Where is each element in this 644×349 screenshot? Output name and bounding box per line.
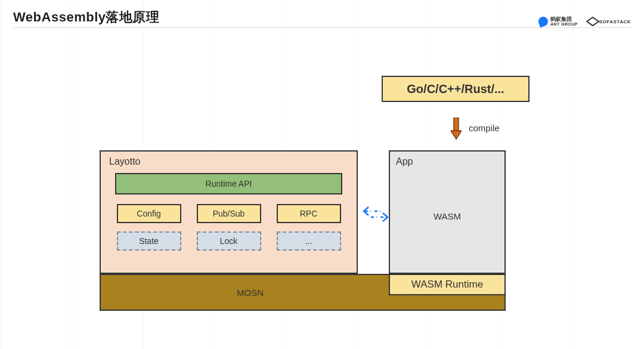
runtime-api-box: Runtime API [115,173,342,194]
layotto-row-solid: Config Pub/Sub RPC [109,204,348,223]
svg-marker-1 [451,131,462,139]
wasm-runtime-box: WASM Runtime [389,274,506,295]
layotto-box: Layotto Runtime API Config Pub/Sub RPC S… [100,150,358,274]
diagram-stage: Go/C/C++/Rust/... compile MOSN WASM Runt… [0,0,644,349]
chip-config: Config [117,204,181,223]
app-title: App [396,156,413,166]
layotto-title: Layotto [109,156,348,167]
wasm-runtime-label: WASM Runtime [411,279,483,291]
compile-arrow-icon [451,118,462,140]
layotto-row-dashed: State Lock ... [109,231,348,251]
chip-state: State [117,231,181,251]
app-box: App WASM [389,150,506,274]
app-body-label: WASM [390,211,504,221]
mosn-label: MOSN [237,288,264,298]
chip-rpc: RPC [277,204,341,223]
compile-label: compile [469,123,500,133]
bidirectional-arrow-icon [363,205,389,223]
chip-pubsub: Pub/Sub [197,204,261,223]
languages-box: Go/C/C++/Rust/... [382,76,530,102]
svg-rect-0 [454,118,459,131]
runtime-api-label: Runtime API [206,179,252,189]
languages-label: Go/C/C++/Rust/... [407,82,504,96]
chip-more: ... [277,231,341,251]
chip-lock: Lock [197,231,261,251]
